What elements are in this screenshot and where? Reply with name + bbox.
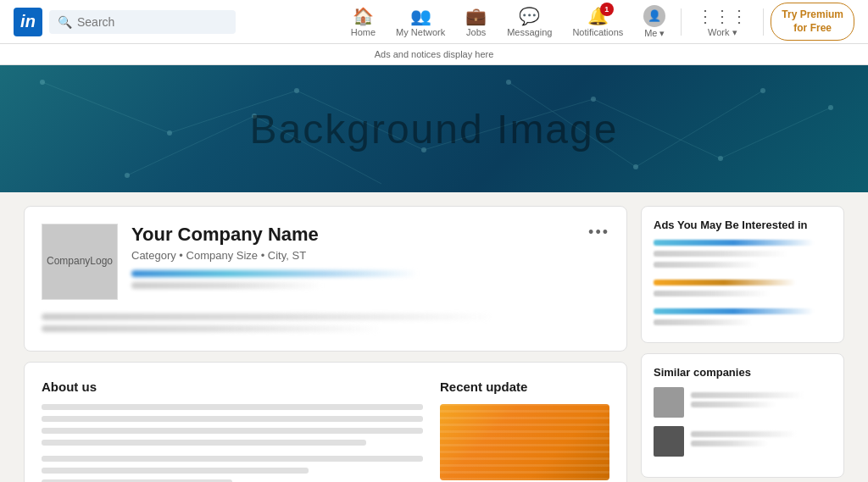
navbar: in 🔍 🏠 Home 👥 My Network 💼 Jobs 💬 Messag…: [0, 0, 868, 44]
nav-label-me: Me ▾: [644, 28, 665, 39]
linkedin-logo[interactable]: in: [14, 8, 42, 36]
svg-point-14: [591, 97, 596, 102]
recent-title: Recent update: [440, 380, 609, 394]
company-name: Your Company Name: [131, 224, 609, 246]
company-info: Your Company Name Category • Company Siz…: [131, 224, 609, 300]
nav-item-me[interactable]: 👤 Me ▾: [635, 0, 674, 44]
about-recent-inner: About us Recent update: [42, 380, 609, 482]
more-options-button[interactable]: •••: [588, 224, 609, 241]
ad-line-1: [654, 240, 814, 246]
network-icon: 👥: [410, 6, 431, 26]
ad-line-2: [654, 251, 787, 257]
svg-point-17: [125, 173, 130, 178]
svg-point-12: [294, 88, 299, 93]
svg-point-15: [718, 156, 723, 161]
nav-label-notifications: Notifications: [572, 27, 623, 37]
similar-company-sub-2: [691, 440, 768, 446]
premium-button[interactable]: Try Premium for Free: [771, 3, 854, 41]
svg-line-5: [721, 108, 831, 158]
about-line-6: [42, 468, 309, 474]
about-line-4: [42, 440, 366, 446]
nav-item-work[interactable]: ⋮⋮⋮ Work ▾: [688, 1, 756, 43]
hero-section: Background Image: [0, 65, 868, 192]
svg-point-11: [167, 130, 172, 136]
similar-company-2[interactable]: [654, 426, 832, 457]
company-card: Company Logo Your Company Name Category …: [24, 206, 627, 352]
ads-sidebar-card: Ads You May Be Interested in: [641, 206, 844, 343]
about-title: About us: [42, 380, 423, 394]
nav-item-network[interactable]: 👥 My Network: [387, 1, 453, 42]
about-section: About us: [42, 380, 423, 482]
about-line-3: [42, 428, 423, 434]
nav-item-notifications[interactable]: 🔔 1 Notifications: [564, 1, 632, 42]
svg-point-10: [40, 80, 45, 85]
nav-label-network: My Network: [396, 27, 445, 37]
main-layout: Company Logo Your Company Name Category …: [10, 192, 858, 482]
messaging-icon: 💬: [519, 6, 540, 26]
ads-banner: Ads and notices display here: [0, 44, 868, 65]
similar-company-logo-1: [654, 387, 684, 418]
ad-line-7: [654, 319, 752, 325]
ad-line-6: [654, 308, 814, 314]
avatar: 👤: [643, 5, 665, 27]
ad-line-3: [654, 262, 760, 268]
recent-section: Recent update: [440, 380, 609, 482]
about-line-1: [42, 404, 423, 410]
work-icon: ⋮⋮⋮: [697, 6, 748, 26]
right-column: Ads You May Be Interested in Similar com…: [641, 206, 844, 482]
nav-label-jobs: Jobs: [466, 27, 486, 37]
company-blur-line-2: [131, 282, 323, 289]
about-line-5: [42, 456, 423, 462]
company-logo: Company Logo: [42, 224, 118, 300]
left-column: Company Logo Your Company Name Category …: [24, 206, 627, 482]
similar-companies-title: Similar companies: [654, 366, 832, 379]
search-icon: 🔍: [58, 15, 72, 29]
search-input[interactable]: [77, 15, 227, 29]
nav-label-home: Home: [351, 27, 376, 37]
ad-line-5: [654, 291, 770, 296]
similar-company-name-1: [691, 392, 804, 398]
nav-item-home[interactable]: 🏠 Home: [342, 1, 384, 42]
jobs-icon: 💼: [465, 6, 487, 26]
nav-label-work: Work ▾: [708, 27, 737, 38]
company-meta: Category • Company Size • City, ST: [131, 249, 609, 262]
svg-line-6: [127, 116, 254, 175]
about-recent-card: About us Recent update: [24, 362, 627, 482]
company-card-header: Company Logo Your Company Name Category …: [25, 207, 626, 313]
nav-items: 🏠 Home 👥 My Network 💼 Jobs 💬 Messaging 🔔…: [342, 0, 854, 44]
notifications-icon: 🔔 1: [587, 6, 609, 26]
similar-companies-card: Similar companies: [641, 353, 844, 478]
svg-point-20: [633, 164, 638, 169]
svg-point-21: [760, 88, 765, 93]
nav-label-messaging: Messaging: [507, 27, 552, 37]
about-line-2: [42, 416, 423, 422]
ads-sidebar-title: Ads You May Be Interested in: [654, 219, 832, 231]
svg-point-16: [828, 105, 833, 110]
home-icon: 🏠: [353, 6, 374, 26]
similar-company-1[interactable]: [654, 387, 832, 418]
hero-text: Background Image: [250, 106, 619, 152]
recent-update-image: [440, 404, 609, 480]
notifications-badge: 1: [600, 3, 614, 16]
similar-company-name-2: [691, 431, 797, 437]
me-avatar: 👤: [643, 5, 665, 27]
svg-line-9: [636, 91, 763, 167]
nav-item-messaging[interactable]: 💬 Messaging: [498, 1, 560, 42]
ad-line-4: [654, 280, 796, 285]
company-blur-line-1: [131, 270, 418, 277]
nav-item-jobs[interactable]: 💼 Jobs: [457, 1, 495, 42]
similar-company-logo-2: [654, 426, 684, 457]
extra-line-2: [42, 325, 382, 332]
similar-company-sub-1: [691, 402, 776, 407]
nav-divider-2: [763, 8, 764, 36]
svg-line-0: [42, 82, 170, 133]
svg-point-19: [506, 80, 511, 85]
search-bar[interactable]: 🔍: [49, 10, 236, 34]
nav-divider: [681, 8, 682, 36]
company-extra-lines: [25, 313, 626, 351]
extra-line-1: [42, 313, 496, 320]
